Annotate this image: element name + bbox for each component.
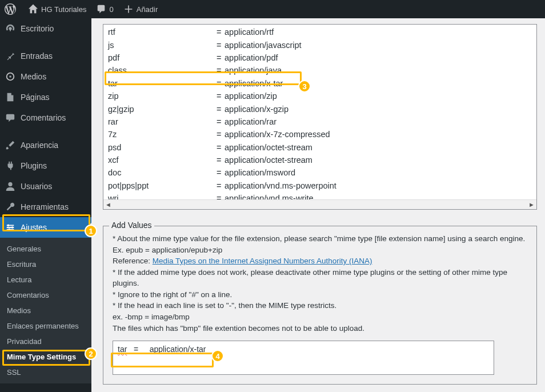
- menu-posts[interactable]: Entradas: [0, 46, 91, 66]
- mime-types-list-box: rtf= application/rtfjs= application/java…: [103, 24, 537, 210]
- mime-ext: class: [108, 66, 217, 75]
- menu-users[interactable]: Usuarios: [0, 176, 91, 197]
- svg-point-5: [8, 229, 10, 231]
- admin-sidebar: Escritorio Entradas Medios Páginas Comen…: [0, 18, 91, 392]
- user-icon: [5, 181, 16, 192]
- menu-comments-label: Comentarios: [21, 113, 66, 122]
- submenu-permalinks[interactable]: Enlaces permanentes: [0, 318, 91, 334]
- submenu-writing[interactable]: Escritura: [0, 257, 91, 272]
- mime-value: application/rtf: [225, 27, 274, 37]
- mime-row: js= application/javascript: [108, 38, 532, 51]
- submenu-privacy[interactable]: Privacidad: [0, 334, 91, 349]
- help-reference-line: Reference: Media Types on the Internet A…: [113, 255, 527, 267]
- menu-pages[interactable]: Páginas: [0, 87, 91, 107]
- mime-row: gz|gzip= application/x-gzip: [108, 102, 532, 115]
- mime-row: tar= application/x-tar: [108, 77, 532, 90]
- mime-value: application/java: [225, 66, 282, 75]
- menu-settings[interactable]: Ajustes: [0, 217, 91, 238]
- equals-sign: =: [217, 27, 225, 37]
- add-values-legend: Add Values: [109, 221, 154, 230]
- svg-point-1: [9, 75, 11, 78]
- equals-sign: =: [217, 79, 225, 88]
- plug-icon: [5, 160, 16, 171]
- equals-sign: =: [217, 66, 225, 75]
- mime-value: application/zip: [225, 91, 277, 101]
- mime-row: pot|pps|ppt= application/vnd.ms-powerpoi…: [108, 179, 532, 192]
- mime-row: 7z= application/x-7z-compressed: [108, 128, 532, 141]
- equals-sign: =: [217, 181, 225, 190]
- menu-tools[interactable]: Herramientas: [0, 197, 91, 217]
- menu-appearance[interactable]: Apariencia: [0, 135, 91, 155]
- mime-row: zip= application/zip: [108, 90, 532, 102]
- scroll-right-icon[interactable]: ►: [527, 200, 536, 210]
- mime-value: application/msword: [225, 168, 295, 177]
- comments-icon: [5, 112, 16, 123]
- menu-comments[interactable]: Comentarios: [0, 107, 91, 128]
- menu-plugins[interactable]: Plugins: [0, 155, 91, 176]
- menu-dashboard-label: Escritorio: [21, 24, 54, 33]
- equals-sign: =: [217, 41, 225, 50]
- submenu-reading[interactable]: Lectura: [0, 272, 91, 287]
- help-line-4: * Ignore to the right of "#" on a line.: [113, 289, 527, 301]
- mime-ext: doc: [108, 168, 217, 177]
- menu-users-label: Usuarios: [21, 182, 52, 191]
- callout-badge-4: 4: [211, 350, 224, 362]
- mime-row: doc= application/msword: [108, 166, 532, 179]
- submenu-media[interactable]: Medios: [0, 303, 91, 318]
- mime-row: rtf= application/rtf: [108, 26, 532, 38]
- submenu-mime-type-settings[interactable]: Mime Type Settings: [0, 349, 91, 365]
- submenu-ssl[interactable]: SSL: [0, 365, 91, 380]
- site-name-link[interactable]: HG Tutoriales: [23, 0, 91, 18]
- equals-sign: =: [217, 143, 225, 152]
- menu-settings-label: Ajustes: [21, 223, 47, 232]
- equals-sign: =: [217, 168, 225, 177]
- home-icon: [27, 3, 39, 15]
- mime-ext: rar: [108, 117, 217, 126]
- menu-tools-label: Herramientas: [21, 202, 69, 211]
- plus-icon: [123, 3, 134, 15]
- mime-row: xcf= application/octet-stream: [108, 154, 532, 166]
- dashboard-icon: [5, 23, 16, 34]
- mime-ext: pot|pps|ppt: [108, 181, 217, 190]
- mime-row: rar= application/rar: [108, 115, 532, 128]
- mime-value: application/octet-stream: [225, 143, 312, 152]
- wordpress-icon: [5, 3, 16, 15]
- submenu-general[interactable]: Generales: [0, 241, 91, 257]
- menu-plugins-label: Plugins: [21, 161, 47, 170]
- svg-point-4: [11, 226, 14, 229]
- mime-types-textarea[interactable]: tar = application/x-tar: [113, 341, 494, 375]
- site-name-label: HG Tutoriales: [41, 5, 86, 14]
- mime-value: application/javascript: [225, 41, 302, 50]
- mime-ext: pdf: [108, 53, 217, 62]
- menu-media[interactable]: Medios: [0, 66, 91, 87]
- callout-badge-1: 1: [85, 225, 97, 237]
- wp-logo[interactable]: [0, 0, 23, 18]
- iana-link[interactable]: Media Types on the Internet Assigned Num…: [153, 257, 372, 265]
- svg-point-3: [7, 225, 10, 227]
- help-line-2: Ex. epub = application/epub+zip: [113, 245, 527, 256]
- menu-pages-label: Páginas: [21, 93, 50, 102]
- new-content-link[interactable]: Añadir: [118, 0, 163, 18]
- mime-value: application/x-7z-compressed: [225, 130, 330, 139]
- content-area: rtf= application/rtfjs= application/java…: [91, 18, 545, 392]
- mime-ext: 7z: [108, 130, 217, 139]
- mime-ext: tar: [108, 79, 217, 88]
- comments-link[interactable]: 0: [91, 0, 118, 18]
- equals-sign: =: [217, 53, 225, 62]
- wrench-icon: [5, 201, 16, 213]
- mime-ext: gz|gzip: [108, 105, 217, 114]
- menu-dashboard[interactable]: Escritorio: [0, 18, 91, 39]
- help-line-6: ex. -bmp = image/bmp: [113, 311, 527, 323]
- settings-submenu: Generales Escritura Lectura Comentarios …: [0, 238, 91, 383]
- reference-label: Reference:: [113, 257, 153, 265]
- add-label: Añadir: [137, 5, 158, 14]
- mime-ext: psd: [108, 143, 217, 152]
- mime-value: application/octet-stream: [225, 155, 312, 165]
- scroll-left-icon[interactable]: ◄: [103, 200, 113, 210]
- callout-badge-2: 2: [85, 347, 97, 360]
- submenu-discussion[interactable]: Comentarios: [0, 287, 91, 303]
- svg-point-2: [8, 182, 12, 186]
- equals-sign: =: [217, 117, 225, 126]
- mime-types-list: rtf= application/rtfjs= application/java…: [103, 25, 536, 206]
- horizontal-scrollbar[interactable]: ◄ ►: [103, 199, 536, 209]
